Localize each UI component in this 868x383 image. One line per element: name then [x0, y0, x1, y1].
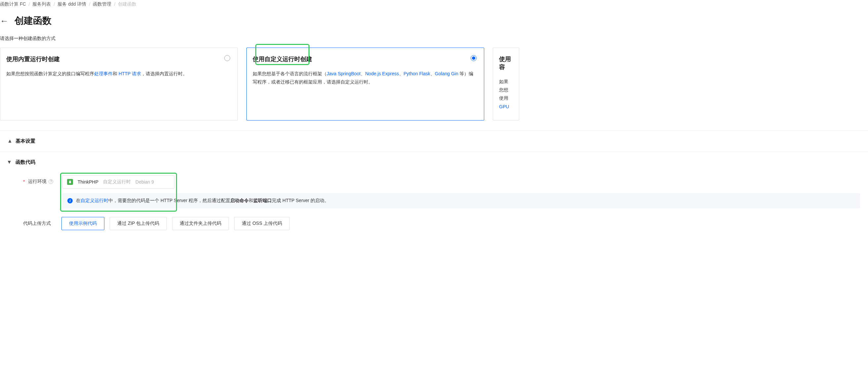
runtime-info-banner: i 在自定义运行时中，需要您的代码是一个 HTTP Server 程序，然后通过… [62, 193, 860, 208]
create-hint: 请选择一种创建函数的方式 [0, 36, 868, 47]
runtime-os: Debian 9 [135, 179, 154, 185]
runtime-row: * 运行环境 ? ThinkPHP 自定义运行时 Debian 9 i 在自定义… [23, 175, 860, 208]
radio-icon[interactable] [471, 55, 476, 61]
upload-folder-button[interactable]: 通过文件夹上传代码 [172, 217, 229, 230]
crumb-functions[interactable]: 函数管理 [93, 1, 111, 7]
radio-icon[interactable] [224, 55, 230, 61]
section-header-basic[interactable]: ▶ 基本设置 [0, 131, 868, 152]
card-builtin-runtime[interactable]: 使用内置运行时创建 如果您想按照函数计算定义的接口编写程序处理事件和 HTTP … [0, 47, 238, 121]
crumb-service-detail[interactable]: 服务 ddd 详情 [58, 1, 86, 7]
creation-mode-cards: 使用内置运行时创建 如果您想按照函数计算定义的接口编写程序处理事件和 HTTP … [0, 47, 868, 130]
crumb-services[interactable]: 服务列表 [32, 1, 51, 7]
chevron-down-icon: ▶ [7, 161, 12, 164]
back-arrow-icon[interactable]: ← [0, 17, 8, 25]
link-express[interactable]: Node.js Express [365, 71, 399, 76]
breadcrumb-sep: / [54, 2, 55, 7]
breadcrumb: 函数计算 FC / 服务列表 / 服务 ddd 详情 / 函数管理 / 创建函数 [0, 0, 868, 10]
upload-example-button[interactable]: 使用示例代码 [61, 217, 104, 230]
upload-zip-button[interactable]: 通过 ZIP 包上传代码 [110, 217, 167, 230]
breadcrumb-sep: / [89, 2, 90, 7]
card-title: 使用内置运行时创建 [6, 55, 229, 63]
upload-label: 代码上传方式 [23, 221, 56, 226]
runtime-name: ThinkPHP [78, 179, 98, 185]
runtime-select[interactable]: ThinkPHP 自定义运行时 Debian 9 [62, 175, 175, 189]
card-title: 使用自定义运行时创建 [253, 55, 476, 63]
section-basic-settings: ▶ 基本设置 [0, 130, 868, 152]
link-springboot[interactable]: Java SpringBoot [327, 71, 361, 76]
page-title-row: ← 创建函数 [0, 10, 868, 36]
link-gin[interactable]: Golang Gin [435, 71, 459, 76]
required-asterisk: * [23, 179, 25, 184]
card-container-image[interactable]: 使用容 如果您想 使用 GPU [493, 47, 519, 121]
card-title: 使用容 [499, 55, 511, 71]
breadcrumb-sep: / [114, 2, 115, 7]
chevron-right-icon: ▶ [7, 140, 12, 142]
breadcrumb-sep: / [29, 2, 30, 7]
upload-method-row: 代码上传方式 使用示例代码 通过 ZIP 包上传代码 通过文件夹上传代码 通过 … [23, 217, 860, 230]
card-desc: 如果您想基于各个语言的流行框架（Java SpringBoot、Node.js … [253, 70, 476, 86]
section-function-code: ▶ 函数代码 * 运行环境 ? ThinkPHP 自定义运行时 Debian 9 [0, 152, 868, 237]
link-gpu[interactable]: GPU [499, 104, 509, 109]
info-icon: i [67, 198, 73, 203]
link-custom-runtime-doc[interactable]: 自定义运行时 [81, 198, 108, 203]
runtime-subtype: 自定义运行时 [103, 179, 131, 185]
link-flask[interactable]: Python Flask [404, 71, 430, 76]
card-desc: 如果您想 使用 GPU [499, 77, 511, 111]
card-desc: 如果您想按照函数计算定义的接口编写程序处理事件和 HTTP 请求，请选择内置运行… [6, 70, 229, 78]
thinkphp-icon [67, 179, 73, 185]
upload-oss-button[interactable]: 通过 OSS 上传代码 [234, 217, 289, 230]
link-handle-event[interactable]: 处理事件 [94, 71, 113, 76]
section-body-code: * 运行环境 ? ThinkPHP 自定义运行时 Debian 9 i 在自定义… [0, 173, 868, 237]
section-header-code[interactable]: ▶ 函数代码 [0, 152, 868, 173]
link-http-request[interactable]: HTTP 请求 [119, 71, 141, 76]
crumb-fc[interactable]: 函数计算 FC [0, 1, 26, 7]
section-label: 函数代码 [16, 159, 35, 165]
crumb-current: 创建函数 [118, 1, 136, 7]
card-custom-runtime[interactable]: 使用自定义运行时创建 如果您想基于各个语言的流行框架（Java SpringBo… [246, 47, 484, 121]
help-icon[interactable]: ? [49, 179, 53, 184]
runtime-label: * 运行环境 ? [23, 175, 56, 185]
section-label: 基本设置 [16, 138, 35, 144]
page-title: 创建函数 [14, 14, 52, 27]
